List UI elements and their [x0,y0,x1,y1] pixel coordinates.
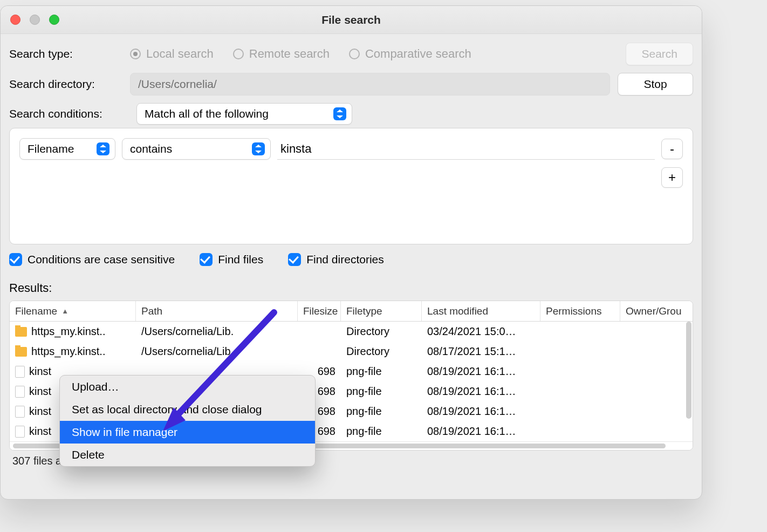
th-label: Owner/Grou [626,305,681,317]
col-filetype[interactable]: Filetype [341,301,422,321]
cell-modified: 08/17/2021 15:1… [422,345,540,358]
condition-field-select[interactable]: Filename [19,138,115,160]
file-search-window: File search Search type: Local search Re… [0,5,702,500]
ctx-show-in-file-manager[interactable]: Show in file manager [60,421,315,444]
radio-remote[interactable]: Remote search [233,47,330,61]
add-condition-button[interactable]: + [661,167,683,188]
radio-label: Comparative search [365,47,471,61]
find-directories-checkbox[interactable]: Find directories [288,253,384,266]
search-directory-input[interactable]: /Users/cornelia/ [130,73,610,96]
titlebar: File search [1,6,702,34]
search-button[interactable]: Search [626,43,693,65]
chevron-updown-icon [333,107,346,120]
check-icon [200,253,213,266]
radio-comparative[interactable]: Comparative search [349,47,471,61]
cell-modified: 03/24/2021 15:0… [422,325,540,338]
cell-type: png-file [341,425,422,438]
search-conditions-label: Search conditions: [9,107,129,120]
chk-label: Conditions are case sensitive [28,253,175,266]
check-icon [288,253,301,266]
radio-label: Remote search [249,47,330,61]
checkbox-row: Conditions are case sensitive Find files… [9,253,693,266]
cell-modified: 08/19/2021 16:1… [422,425,540,438]
results-label: Results: [9,281,693,295]
file-icon [15,426,25,438]
match-mode-select[interactable]: Match all of the following [136,103,352,125]
find-files-checkbox[interactable]: Find files [200,253,263,266]
ctx-set-local[interactable]: Set as local directory and close dialog [60,398,315,421]
search-directory-row: Search directory: /Users/cornelia/ Stop [9,73,693,96]
cell-modified: 08/19/2021 16:1… [422,405,540,418]
search-type-row: Search type: Local search Remote search … [9,43,693,65]
search-directory-label: Search directory: [9,78,122,91]
cond-op-value: contains [130,142,172,155]
th-label: Filesize [303,305,338,317]
chk-label: Find directories [306,253,384,266]
conditions-panel: Filename contains - + [9,128,693,244]
search-type-radios: Local search Remote search Comparative s… [130,47,471,61]
chevron-updown-icon [97,142,109,155]
dir-value: /Users/cornelia/ [138,78,217,91]
th-label: Filename [15,305,57,317]
cell-modified: 08/19/2021 16:1… [422,385,540,398]
cell-path: /Users/cornelia/Lib. [136,345,298,358]
check-icon [9,253,22,266]
col-modified[interactable]: Last modified [422,301,540,321]
vertical-scrollbar[interactable] [686,322,691,419]
folder-icon [15,327,27,337]
search-conditions-row: Search conditions: Match all of the foll… [9,103,693,125]
cell-path: /Users/cornelia/Lib. [136,325,298,338]
condition-value-input[interactable] [277,138,655,160]
file-icon [15,386,25,398]
cell-type: png-file [341,405,422,418]
condition-row: Filename contains - [19,138,683,160]
radio-label: Local search [146,47,214,61]
stop-button[interactable]: Stop [618,73,693,96]
condition-op-select[interactable]: contains [122,138,271,160]
cell-type: Directory [341,345,422,358]
context-menu: Upload… Set as local directory and close… [59,375,316,467]
window-title: File search [1,13,702,26]
ctx-delete[interactable]: Delete [60,444,315,466]
cell-filename: https_my.kinst.. [10,325,136,338]
cell-type: Directory [341,325,422,338]
th-label: Path [141,305,162,317]
table-row[interactable]: https_my.kinst../Users/cornelia/Lib.Dire… [10,322,693,342]
col-owner[interactable]: Owner/Grou [620,301,693,321]
table-row[interactable]: https_my.kinst../Users/cornelia/Lib.Dire… [10,342,693,362]
case-sensitive-checkbox[interactable]: Conditions are case sensitive [9,253,175,266]
col-filename[interactable]: Filename▲ [10,301,136,321]
cond-field-value: Filename [28,142,74,155]
radio-icon [130,49,141,59]
radio-local[interactable]: Local search [130,47,214,61]
th-label: Filetype [346,305,382,317]
radio-icon [349,49,360,59]
th-label: Permissions [546,305,601,317]
col-permissions[interactable]: Permissions [540,301,620,321]
ctx-upload[interactable]: Upload… [60,376,315,398]
search-type-label: Search type: [9,47,122,60]
cell-filename: https_my.kinst.. [10,345,136,358]
chevron-updown-icon [252,142,265,155]
table-header: Filename▲ Path Filesize Filetype Last mo… [10,301,693,322]
cell-type: png-file [341,385,422,398]
sort-asc-icon: ▲ [61,307,69,315]
cell-modified: 08/19/2021 16:1… [422,365,540,378]
folder-icon [15,347,27,357]
file-icon [15,366,25,378]
col-path[interactable]: Path [136,301,298,321]
match-mode-value: Match all of the following [145,107,269,120]
radio-icon [233,49,244,59]
th-label: Last modified [427,305,488,317]
file-icon [15,406,25,418]
remove-condition-button[interactable]: - [661,139,683,159]
col-filesize[interactable]: Filesize [298,301,341,321]
chk-label: Find files [218,253,263,266]
cell-type: png-file [341,365,422,378]
